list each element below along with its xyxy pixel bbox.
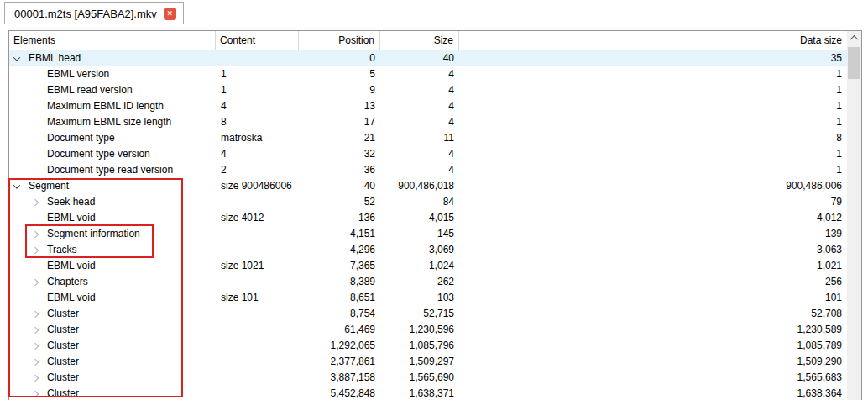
element-cell: EBML version bbox=[9, 66, 216, 82]
scrollbar-thumb[interactable] bbox=[848, 47, 860, 79]
scroll-up-button[interactable] bbox=[847, 31, 861, 45]
data-size-cell: 101 bbox=[459, 290, 847, 306]
column-header-content[interactable]: Content bbox=[216, 31, 299, 50]
element-cell: Cluster bbox=[9, 354, 216, 370]
expander-spacer bbox=[28, 104, 43, 109]
table-row[interactable]: EBML void size 1021 7,365 1,024 1,021 bbox=[9, 258, 847, 274]
table-row[interactable]: Chapters 8,389 262 256 bbox=[9, 274, 847, 290]
content-cell bbox=[216, 226, 299, 242]
expander-spacer bbox=[28, 264, 43, 269]
chevron-icon bbox=[32, 246, 39, 253]
position-cell: 7,365 bbox=[299, 258, 380, 274]
chevron-icon bbox=[32, 374, 39, 381]
element-label: Cluster bbox=[47, 322, 79, 338]
element-cell: Segment information bbox=[9, 226, 216, 242]
chevron-icon bbox=[33, 152, 38, 157]
table-row[interactable]: Maximum EBML ID length 4 13 4 1 bbox=[9, 98, 847, 114]
size-cell: 4 bbox=[380, 162, 459, 178]
chevron-icon bbox=[33, 168, 38, 173]
chevron-right-icon[interactable] bbox=[28, 376, 43, 381]
chevron-down-icon[interactable] bbox=[9, 184, 24, 189]
table-row[interactable]: Document type read version 2 36 4 1 bbox=[9, 162, 847, 178]
position-cell: 32 bbox=[299, 146, 380, 162]
table-row[interactable]: Document type matroska 21 11 8 bbox=[9, 130, 847, 146]
position-cell: 5,452,848 bbox=[299, 386, 380, 400]
column-header-elements[interactable]: Elements bbox=[9, 31, 216, 50]
expander-spacer bbox=[28, 152, 43, 157]
size-cell: 4 bbox=[380, 146, 459, 162]
element-label: Cluster bbox=[47, 370, 79, 386]
content-cell: size 101 bbox=[216, 290, 299, 306]
size-cell: 40 bbox=[380, 50, 459, 66]
table-row[interactable]: Cluster 61,469 1,230,596 1,230,589 bbox=[9, 322, 847, 338]
position-cell: 4,296 bbox=[299, 242, 380, 258]
chevron-icon bbox=[32, 390, 39, 397]
chevron-right-icon[interactable] bbox=[28, 232, 43, 237]
size-cell: 84 bbox=[380, 194, 459, 210]
column-header-data_size[interactable]: Data size bbox=[459, 31, 847, 50]
element-label: Maximum EBML size length bbox=[47, 114, 171, 130]
table-row[interactable]: Segment information 4,151 145 139 bbox=[9, 226, 847, 242]
chevron-right-icon[interactable] bbox=[28, 312, 43, 317]
size-cell: 11 bbox=[380, 130, 459, 146]
table-row[interactable]: Segment size 900486006 40 900,486,018 90… bbox=[9, 178, 847, 194]
chevron-icon bbox=[32, 342, 39, 349]
chevron-right-icon[interactable] bbox=[28, 280, 43, 285]
table-row[interactable]: Tracks 4,296 3,069 3,063 bbox=[9, 242, 847, 258]
element-label: Cluster bbox=[47, 354, 79, 370]
table-row[interactable]: EBML version 1 5 4 1 bbox=[9, 66, 847, 82]
chevron-right-icon[interactable] bbox=[28, 328, 43, 333]
element-label: EBML head bbox=[29, 50, 81, 66]
table-row[interactable]: EBML void size 101 8,651 103 101 bbox=[9, 290, 847, 306]
table-row[interactable]: EBML head 0 40 35 bbox=[9, 50, 847, 66]
element-label: EBML read version bbox=[47, 82, 133, 98]
chevron-icon bbox=[32, 310, 39, 317]
chevron-down-icon[interactable] bbox=[9, 56, 24, 61]
chevron-icon bbox=[32, 358, 39, 365]
content-cell: 8 bbox=[216, 114, 299, 130]
data-size-cell: 1,021 bbox=[459, 258, 847, 274]
chevron-right-icon[interactable] bbox=[28, 360, 43, 365]
table-row[interactable]: EBML read version 1 9 4 1 bbox=[9, 82, 847, 98]
table-row[interactable]: EBML void size 4012 136 4,015 4,012 bbox=[9, 210, 847, 226]
element-label: Document type bbox=[47, 130, 115, 146]
chevron-icon bbox=[13, 182, 20, 188]
element-cell: Chapters bbox=[9, 274, 216, 290]
chevron-right-icon[interactable] bbox=[28, 392, 43, 397]
chevron-right-icon[interactable] bbox=[28, 344, 43, 349]
position-cell: 8,389 bbox=[299, 274, 380, 290]
table-row[interactable]: Document type version 4 32 4 1 bbox=[9, 146, 847, 162]
element-label: Segment bbox=[29, 178, 69, 194]
element-label: Document type version bbox=[47, 146, 150, 162]
chevron-icon bbox=[33, 72, 38, 77]
position-cell: 17 bbox=[299, 114, 380, 130]
element-cell: EBML void bbox=[9, 258, 216, 274]
table-row[interactable]: Cluster 5,452,848 1,638,371 1,638,364 bbox=[9, 386, 847, 400]
table-row[interactable]: Cluster 1,292,065 1,085,796 1,085,789 bbox=[9, 338, 847, 354]
vertical-scrollbar[interactable] bbox=[847, 31, 861, 400]
data-size-cell: 1 bbox=[459, 162, 847, 178]
size-cell: 4,015 bbox=[380, 210, 459, 226]
element-cell: Segment bbox=[9, 178, 216, 194]
table-row[interactable]: Maximum EBML size length 8 17 4 1 bbox=[9, 114, 847, 130]
position-cell: 3,887,158 bbox=[299, 370, 380, 386]
content-cell bbox=[216, 370, 299, 386]
element-label: EBML void bbox=[47, 210, 96, 226]
column-header-position[interactable]: Position bbox=[299, 31, 380, 50]
table-row[interactable]: Seek head 52 84 79 bbox=[9, 194, 847, 210]
element-cell: Document type bbox=[9, 130, 216, 146]
table-row[interactable]: Cluster 2,377,861 1,509,297 1,509,290 bbox=[9, 354, 847, 370]
table-row[interactable]: Cluster 8,754 52,715 52,708 bbox=[9, 306, 847, 322]
chevron-right-icon[interactable] bbox=[28, 200, 43, 205]
file-tab[interactable]: 00001.m2ts [A95FABA2].mkv ✕ bbox=[4, 2, 184, 24]
chevron-right-icon[interactable] bbox=[28, 248, 43, 253]
column-header-size[interactable]: Size bbox=[380, 31, 459, 50]
table-row[interactable]: Cluster 3,887,158 1,565,690 1,565,683 bbox=[9, 370, 847, 386]
chevron-icon bbox=[13, 54, 20, 61]
tab-bar: 00001.m2ts [A95FABA2].mkv ✕ bbox=[0, 0, 868, 24]
content-cell: 4 bbox=[216, 98, 299, 114]
element-cell: Maximum EBML size length bbox=[9, 114, 216, 130]
close-icon[interactable]: ✕ bbox=[164, 8, 176, 20]
element-label: Tracks bbox=[47, 242, 77, 258]
position-cell: 8,651 bbox=[299, 290, 380, 306]
